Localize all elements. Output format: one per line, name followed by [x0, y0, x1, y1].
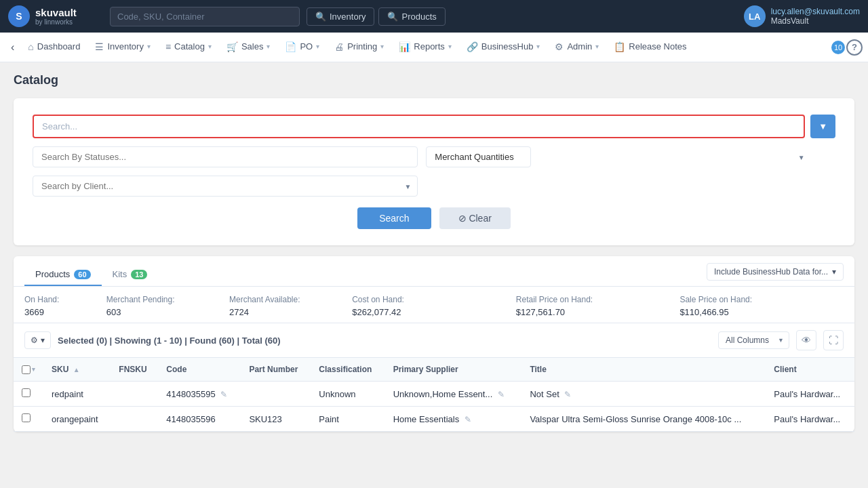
- select-all-checkbox[interactable]: [22, 365, 31, 374]
- nav-printing[interactable]: 🖨 Printing ▾: [328, 33, 391, 62]
- search-icon2: 🔍: [387, 12, 398, 22]
- chevron-down-icon4: ▾: [316, 43, 319, 50]
- nav-reports[interactable]: 📊 Reports ▾: [392, 33, 458, 62]
- filter-icon: ⊘: [458, 213, 469, 224]
- table-settings-button[interactable]: ⚙ ▾: [24, 331, 51, 349]
- notification-badge[interactable]: 10: [831, 41, 845, 54]
- selected-label: Selected: [58, 336, 96, 346]
- stat-retail: Retail Price on Hand: $127,561.70: [516, 295, 680, 317]
- client-search-input[interactable]: [33, 176, 418, 197]
- edit-icon3[interactable]: ✎: [564, 390, 571, 399]
- include-businesshub-button[interactable]: Include BusinessHub Data for... ▾: [707, 263, 844, 281]
- cost-value: $262,077.42: [352, 307, 516, 317]
- row2-title: Valspar Ultra Semi-Gloss Sunrise Orange …: [521, 407, 766, 432]
- row2-classification: Paint: [311, 407, 384, 432]
- table-row: redpaint 4148035595 ✎ Unknown Unknown,Ho…: [14, 382, 854, 407]
- pipe-sep3: | Total: [237, 336, 265, 346]
- nav-dashboard[interactable]: ⌂ Dashboard: [21, 33, 87, 62]
- th-classification: Classification: [311, 358, 384, 382]
- nav-release-notes[interactable]: 📋 Release Notes: [607, 33, 693, 62]
- total-count: (60): [264, 336, 280, 346]
- products-btn[interactable]: 🔍 Products: [378, 7, 445, 26]
- nav-reports-label: Reports: [414, 41, 445, 52]
- kits-count-badge: 13: [131, 270, 147, 279]
- search-filter-dropdown-btn[interactable]: ▼: [810, 115, 835, 138]
- avatar: LA: [744, 5, 766, 27]
- chevron-down-icon10: ▾: [32, 366, 35, 373]
- row2-code: 4148035596: [158, 407, 241, 432]
- on-hand-value: 3669: [24, 307, 106, 317]
- search-row2: Merchant Quantities Warehouse Quantities…: [33, 146, 835, 167]
- nav-printing-label: Printing: [347, 41, 377, 52]
- data-table: ▾ SKU ▲ FNSKU Code Part Number Classific…: [14, 357, 854, 432]
- row2-checkbox[interactable]: [22, 413, 31, 422]
- search-row3: [33, 176, 835, 197]
- merchant-quantities-select[interactable]: Merchant Quantities Warehouse Quantities…: [426, 146, 531, 167]
- selected-count: (0): [96, 336, 107, 346]
- stats-row: On Hand: 3669 Merchant Pending: 603 Merc…: [14, 287, 854, 323]
- inventory-icon: ☰: [95, 41, 104, 52]
- stat-sale: Sale Price on Hand: $110,466.95: [679, 295, 844, 317]
- retail-label: Retail Price on Hand:: [516, 295, 680, 304]
- eye-icon: 👁: [802, 335, 811, 346]
- nav-back-button[interactable]: ‹: [5, 41, 20, 54]
- expand-icon: ⛶: [829, 335, 838, 346]
- nav-release-notes-label: Release Notes: [629, 41, 686, 52]
- retail-value: $127,561.70: [516, 307, 680, 317]
- row1-primary-supplier: Unknown,Home Essent... ✎: [385, 382, 522, 407]
- search-button[interactable]: Search: [357, 207, 431, 229]
- logo: S skuvault by linnworks: [8, 5, 103, 27]
- main-search-input[interactable]: [33, 115, 805, 138]
- nav-sales[interactable]: 🛒 Sales ▾: [220, 33, 277, 62]
- nav-po[interactable]: 📄 PO ▾: [278, 33, 326, 62]
- tab-kits-label: Kits: [113, 269, 127, 279]
- visibility-toggle-button[interactable]: 👁: [796, 330, 816, 350]
- dashboard-icon: ⌂: [28, 41, 33, 52]
- found-label: Found: [189, 336, 218, 346]
- th-code: Code: [158, 358, 241, 382]
- nav-dashboard-label: Dashboard: [37, 41, 81, 52]
- sort-icon: ▲: [73, 366, 80, 373]
- table-header: ▾ SKU ▲ FNSKU Code Part Number Classific…: [14, 358, 854, 382]
- nav-inventory[interactable]: ☰ Inventory ▾: [88, 33, 157, 62]
- help-button[interactable]: ?: [846, 39, 863, 56]
- search-status-input[interactable]: [33, 146, 418, 167]
- chevron-down-icon8: ▾: [595, 43, 599, 50]
- edit-icon4[interactable]: ✎: [465, 415, 471, 424]
- inventory-btn[interactable]: 🔍 Inventory: [307, 7, 374, 26]
- clear-button[interactable]: ⊘ Clear: [439, 207, 511, 229]
- row1-checkbox[interactable]: [22, 388, 31, 397]
- th-checkbox: ▾: [14, 358, 43, 382]
- row1-sku: redpaint: [43, 382, 111, 407]
- table-row: orangepaint 4148035596 SKU123 Paint Home…: [14, 407, 854, 432]
- found-count: (60): [219, 336, 235, 346]
- row2-client: Paul's Hardwar...: [766, 407, 854, 432]
- tab-products[interactable]: Products 60: [24, 264, 102, 286]
- user-email: lucy.allen@skuvault.com: [771, 7, 860, 16]
- chevron-down-icon3: ▾: [267, 43, 270, 50]
- row1-code: 4148035595 ✎: [158, 382, 241, 407]
- products-btn-label: Products: [401, 12, 436, 22]
- nav-catalog[interactable]: ≡ Catalog ▾: [159, 33, 218, 62]
- tab-kits[interactable]: Kits 13: [102, 264, 159, 286]
- cart-icon: 🛒: [226, 41, 238, 52]
- row1-part-number: [241, 382, 311, 407]
- global-search-input[interactable]: [110, 7, 300, 26]
- edit-icon2[interactable]: ✎: [498, 390, 505, 399]
- tabs-row: Products 60 Kits 13 Include BusinessHub …: [14, 256, 854, 287]
- header-row: ▾ SKU ▲ FNSKU Code Part Number Classific…: [14, 358, 854, 382]
- columns-select[interactable]: All Columns SKU Code Title: [718, 331, 789, 349]
- chevron-down-icon9: ▾: [832, 267, 836, 277]
- page-title: Catalog: [14, 73, 854, 87]
- edit-icon[interactable]: ✎: [220, 390, 227, 399]
- nav-businesshub[interactable]: 🔗 BusinessHub ▾: [460, 33, 547, 62]
- nav-admin[interactable]: ⚙ Admin ▾: [548, 33, 606, 62]
- po-icon: 📄: [285, 41, 296, 52]
- search-buttons: Search ⊘ Clear: [33, 207, 835, 229]
- navbar: ‹ ⌂ Dashboard ☰ Inventory ▾ ≡ Catalog ▾ …: [0, 33, 868, 62]
- table-controls: ⚙ ▾ Selected (0) | Showing (1 - 10) | Fo…: [14, 323, 854, 357]
- sale-value: $110,466.95: [679, 307, 844, 317]
- stat-on-hand: On Hand: 3669: [24, 295, 106, 317]
- expand-button[interactable]: ⛶: [823, 330, 844, 350]
- chevron-down-icon2: ▾: [208, 43, 212, 50]
